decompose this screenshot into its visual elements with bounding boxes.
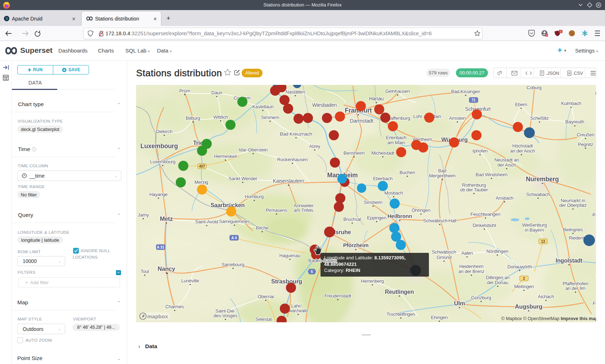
svg-text:Sankt Wendel: Sankt Wendel [229,176,257,181]
svg-text:Iphofen: Iphofen [472,148,488,154]
svg-text:Rockenhausen: Rockenhausen [277,157,308,162]
svg-text:am Trifels: am Trifels [294,208,314,213]
svg-text:A 31: A 31 [157,245,165,249]
svg-text:Neustadt an: Neustadt an [494,157,519,163]
svg-text:Nördlingen: Nördlingen [487,249,508,254]
svg-text:Beilngries: Beilngries [563,227,583,232]
svg-text:an der Aisch: an der Aisch [510,148,535,154]
svg-text:Simmern: Simmern [261,115,279,120]
svg-text:Donauwörth: Donauwörth [507,264,532,269]
svg-text:Prüm: Prüm [179,88,190,94]
svg-text:Charmes: Charmes [165,304,184,309]
svg-text:Strasbourg: Strasbourg [271,278,302,285]
svg-text:Metz: Metz [160,215,173,222]
svg-text:des-Vosges: des-Vosges [214,313,238,318]
svg-text:mapbox: mapbox [147,313,168,319]
svg-text:warzwald: warzwald [288,308,308,313]
svg-text:Ebern: Ebern [515,102,527,107]
svg-text:Dillingen an: Dillingen an [486,275,510,280]
svg-text:Reutlingen: Reutlingen [385,289,414,295]
svg-text:Alzey: Alzey [309,144,321,149]
svg-text:Trochtelfingen: Trochtelfingen [386,311,415,317]
svg-text:Mün: Mün [595,91,596,96]
svg-text:Erlenbach: Erlenbach [386,135,407,140]
svg-text:Sarrebourg: Sarrebourg [221,262,244,267]
svg-text:Jarny: Jarny [138,212,149,218]
svg-text:Eppingen: Eppingen [367,215,386,220]
svg-text:Sarreguemines: Sarreguemines [219,219,250,224]
svg-text:Heidenheim: Heidenheim [459,264,483,269]
svg-text:Eberbach: Eberbach [373,176,393,181]
svg-text:Scheßlitz: Scheßlitz [530,115,549,121]
svg-text:der Donau: der Donau [487,280,508,285]
svg-text:Hermeskeil: Hermeskeil [214,154,237,159]
svg-text:Ansbach: Ansbach [496,195,513,201]
svg-text:Haguenau: Haguenau [279,253,300,258]
svg-text:A 4: A 4 [231,236,237,240]
svg-text:5: 5 [311,270,313,274]
svg-text:Saint-Avold: Saint-Avold [195,219,218,224]
svg-text:Coburg: Coburg [526,85,541,90]
svg-text:Bitche: Bitche [256,225,269,231]
svg-text:Bad: Bad [438,168,447,173]
svg-text:Saarbrücken: Saarbrücken [211,202,245,208]
svg-text:Ulm: Ulm [454,300,465,306]
svg-text:Hanau: Hanau [369,96,384,101]
svg-text:Ehingen: Ehingen [431,315,448,320]
svg-text:Aichach: Aichach [538,294,554,299]
svg-text:am Main: am Main [387,140,405,145]
svg-text:Toul: Toul [140,269,149,274]
svg-text:.CSV: .CSV [573,71,583,76]
svg-text:Mergentheim: Mergentheim [429,173,456,178]
svg-text:in Bayern: in Bayern [525,227,544,233]
svg-text:Bad Kissingen: Bad Kissingen [451,89,480,94]
svg-text:Freudenstadt: Freudenstadt [324,293,351,299]
svg-text:Luxembourg: Luxembourg [140,142,178,150]
svg-text:Augsburg: Augsburg [515,303,542,310]
svg-text:Wiesbaden: Wiesbaden [312,102,337,108]
svg-text:Hayange: Hayange [149,192,168,197]
svg-text:Daun: Daun [211,90,222,95]
svg-text:Arnstein: Arnstein [449,115,466,121]
svg-text:Buchen: Buchen [400,170,415,175]
svg-text:Luxembourg: Luxembourg [150,159,175,164]
svg-text:Weißenburg: Weißenburg [522,222,547,228]
svg-text:Ingolstadt: Ingolstadt [556,258,583,264]
svg-text:© Mapbox © OpenStreetMap Impro: © Mapbox © OpenStreetMap Improve this ma… [501,316,596,321]
svg-text:Nastätten: Nastätten [286,89,305,95]
svg-text:Feuchtwangen: Feuchtwangen [471,211,501,217]
svg-text:Meitingen: Meitingen [514,284,534,289]
svg-text:Diekirch: Diekirch [156,129,172,134]
svg-text:der Oberpfalz: der Oberpfalz [559,203,587,208]
svg-text:Kulmbach: Kulmbach [561,101,581,106]
svg-text:Schwäbisch Hall: Schwäbisch Hall [423,218,457,223]
svg-text:ob der Tauber: ob der Tauber [460,187,488,192]
svg-text:Herrenberg: Herrenberg [361,278,384,284]
svg-text:Merzig: Merzig [194,179,208,185]
svg-text:Gelnhausen: Gelnhausen [385,88,410,94]
svg-text:Freis: Freis [593,301,596,306]
svg-text:Höchstadt: Höchstadt [512,143,533,149]
svg-text:Idar-Oberstein: Idar-Oberstein [239,147,268,153]
svg-text:Homburg: Homburg [245,194,264,199]
svg-text:Bad Windsheim: Bad Windsheim [476,172,507,177]
svg-text:Aalen: Aalen [461,250,473,256]
svg-text:Heilbronn: Heilbronn [387,213,412,219]
svg-text:an der Brenz: an der Brenz [458,269,484,274]
svg-text:Dinkelsbühl: Dinkelsbühl [472,223,496,228]
svg-text:Bad Kreuznach: Bad Kreuznach [280,131,312,137]
svg-text:Kastellaun: Kastellaun [252,104,274,109]
svg-text:Bayreuth: Bayreuth [565,119,584,124]
svg-text:Michelstadt: Michelstadt [371,150,394,156]
svg-text:Lunéville: Lunéville [181,278,199,283]
svg-text:Mosbach: Mosbach [384,190,403,196]
svg-text:Nancy: Nancy [158,265,176,272]
svg-text:Sélestat: Sélestat [255,317,272,322]
svg-text:Creußen: Creußen [577,132,594,137]
svg-text:Sinsheim: Sinsheim [364,200,382,205]
svg-text:Bensheim: Bensheim [344,150,364,156]
svg-text:Bruchsal: Bruchsal [344,217,361,222]
svg-text:Obernai: Obernai [258,294,274,299]
svg-text:Wittlich: Wittlich [214,114,228,120]
svg-text:.JSON: .JSON [546,71,559,76]
